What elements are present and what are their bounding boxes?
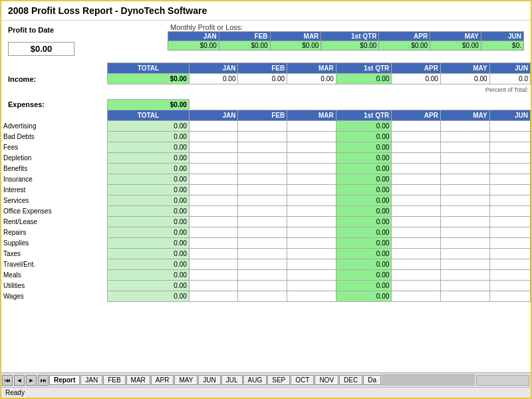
tab-jun[interactable]: JUN bbox=[198, 375, 220, 385]
profit-to-date-label: Profit to Date bbox=[8, 23, 94, 34]
table-row: Services 0.00 0.00 bbox=[1, 195, 531, 205]
sum-1qtr: $0.00 bbox=[321, 41, 379, 51]
exp-meals: Meals bbox=[1, 269, 108, 280]
tab-aug[interactable]: AUG bbox=[243, 375, 267, 385]
exp-feb-header: FEB bbox=[238, 110, 287, 120]
sheet-tabs-bar: ⏮ ◄ ► ⏭ Report JAN FEB MAR APR MAY JUN J… bbox=[1, 372, 531, 387]
exp-depletion: Depletion bbox=[1, 152, 108, 163]
exp-office-expenses: Office Expenses bbox=[1, 205, 108, 216]
income-total-header: TOTAL bbox=[108, 63, 190, 74]
exp-1qtr-header: 1st QTR bbox=[336, 110, 391, 120]
exp-taxes: Taxes bbox=[1, 248, 108, 259]
sum-apr: $0.00 bbox=[379, 41, 430, 51]
col-feb: FEB bbox=[219, 32, 270, 41]
income-may-header: MAY bbox=[440, 63, 489, 74]
tab-jul[interactable]: JUL bbox=[221, 375, 243, 385]
income-table: TOTAL JAN FEB MAR 1st QTR APR MAY JUN In… bbox=[1, 63, 531, 95]
table-row: Repairs 0.00 0.00 bbox=[1, 227, 531, 237]
exp-wages: Wages bbox=[1, 291, 108, 301]
exp-advertising-total: 0.00 bbox=[108, 120, 190, 131]
exp-may-header: MAY bbox=[440, 110, 489, 120]
table-row: Benefits 0.00 0.00 bbox=[1, 163, 531, 174]
exp-utilities: Utilities bbox=[1, 280, 108, 291]
income-1qtr-header: 1st QTR bbox=[336, 63, 391, 74]
income-total-val: $0.00 bbox=[108, 74, 190, 84]
tab-sep[interactable]: SEP bbox=[267, 375, 290, 385]
sum-jan: $0.00 bbox=[168, 41, 219, 51]
tab-apr[interactable]: APR bbox=[151, 375, 174, 385]
title-bar: 2008 Profit Loss Report - DynoTech Softw… bbox=[1, 1, 531, 21]
table-row: Office Expenses 0.00 0.00 bbox=[1, 205, 531, 216]
table-row: Insurance 0.00 0.00 bbox=[1, 174, 531, 184]
income-feb-val: 0.00 bbox=[238, 74, 287, 84]
tab-scrollbar[interactable] bbox=[476, 375, 529, 386]
col-may: MAY bbox=[430, 32, 481, 41]
expenses-total-val: $0.00 bbox=[108, 99, 190, 110]
tab-dec[interactable]: DEC bbox=[339, 375, 362, 385]
table-row: Wages 0.00 0.00 bbox=[1, 291, 531, 301]
exp-advertising: Advertising bbox=[1, 120, 108, 131]
col-1st-qtr: 1st QTR bbox=[321, 32, 379, 41]
monthly-section: Monthly Profit or Loss: JAN FEB MAR 1st … bbox=[168, 23, 524, 51]
income-mar-header: MAR bbox=[287, 63, 336, 74]
tab-mar[interactable]: MAR bbox=[126, 375, 150, 385]
table-row: Depletion 0.00 0.00 bbox=[1, 152, 531, 163]
tab-report[interactable]: Report bbox=[49, 375, 80, 385]
exp-services: Services bbox=[1, 195, 108, 205]
exp-total-header: TOTAL bbox=[108, 110, 190, 120]
expenses-row-label: Expenses: bbox=[1, 99, 108, 110]
exp-jan-header: JAN bbox=[189, 110, 238, 120]
tab-nav-last[interactable]: ⏭ bbox=[38, 375, 49, 386]
tab-empty-area bbox=[382, 374, 475, 386]
sum-jun: $0. bbox=[481, 41, 523, 51]
table-row: Utilities 0.00 0.00 bbox=[1, 280, 531, 291]
exp-supplies: Supplies bbox=[1, 237, 108, 248]
income-1qtr-val: 0.00 bbox=[336, 74, 391, 84]
sum-feb: $0.00 bbox=[219, 41, 270, 51]
col-jan: JAN bbox=[168, 32, 219, 41]
col-jun: JUN bbox=[481, 32, 523, 41]
table-row: Advertising 0.00 0.00 bbox=[1, 120, 531, 131]
exp-insurance: Insurance bbox=[1, 174, 108, 184]
tab-nav-next[interactable]: ► bbox=[26, 375, 37, 386]
exp-bad-debts: Bad Debts bbox=[1, 131, 108, 142]
table-row: Supplies 0.00 0.00 bbox=[1, 237, 531, 248]
tab-oct[interactable]: OCT bbox=[291, 375, 314, 385]
tab-jan[interactable]: JAN bbox=[80, 375, 102, 385]
tab-nav-prev[interactable]: ◄ bbox=[14, 375, 25, 386]
tab-da[interactable]: Da bbox=[363, 375, 381, 385]
status-bar: Ready bbox=[1, 387, 531, 398]
exp-mar-header: MAR bbox=[287, 110, 336, 120]
top-summary: Profit to Date $0.00 Monthly Profit or L… bbox=[1, 21, 531, 57]
income-jun-val: 0.0 bbox=[489, 74, 530, 84]
table-row: Taxes 0.00 0.00 bbox=[1, 248, 531, 259]
income-jan-val: 0.00 bbox=[189, 74, 238, 84]
col-apr: APR bbox=[379, 32, 430, 41]
tab-may[interactable]: MAY bbox=[174, 375, 198, 385]
income-may-val: 0.00 bbox=[440, 74, 489, 84]
summary-table: JAN FEB MAR 1st QTR APR MAY JUN $0.00 $0… bbox=[168, 31, 524, 51]
monthly-label: Monthly Profit or Loss: bbox=[168, 23, 524, 31]
exp-apr-header: APR bbox=[392, 110, 441, 120]
table-row: Rent/Lease 0.00 0.00 bbox=[1, 216, 531, 227]
tab-nav-first[interactable]: ⏮ bbox=[2, 375, 13, 386]
sum-may: $0.00 bbox=[430, 41, 481, 51]
tab-nov[interactable]: NOV bbox=[315, 375, 338, 385]
exp-interest: Interest bbox=[1, 184, 108, 195]
exp-fees: Fees bbox=[1, 142, 108, 152]
table-row: Bad Debts 0.00 0.00 bbox=[1, 131, 531, 142]
main-content: TOTAL JAN FEB MAR 1st QTR APR MAY JUN In… bbox=[1, 57, 531, 372]
sum-mar: $0.00 bbox=[270, 41, 321, 51]
income-mar-val: 0.00 bbox=[287, 74, 336, 84]
income-row-label: Income: bbox=[1, 74, 108, 84]
income-apr-header: APR bbox=[392, 63, 441, 74]
tab-feb[interactable]: FEB bbox=[103, 375, 125, 385]
table-row: Travel/Ent. 0.00 0.00 bbox=[1, 259, 531, 269]
exp-jun-header: JUN bbox=[489, 110, 530, 120]
table-row: Interest 0.00 0.00 bbox=[1, 184, 531, 195]
table-row: Meals 0.00 0.00 bbox=[1, 269, 531, 280]
app: 2008 Profit Loss Report - DynoTech Softw… bbox=[1, 1, 531, 398]
expenses-table: Expenses: $0.00 TOTAL JAN FEB MAR 1st QT… bbox=[1, 99, 531, 302]
exp-repairs: Repairs bbox=[1, 227, 108, 237]
exp-travel-ent: Travel/Ent. bbox=[1, 259, 108, 269]
